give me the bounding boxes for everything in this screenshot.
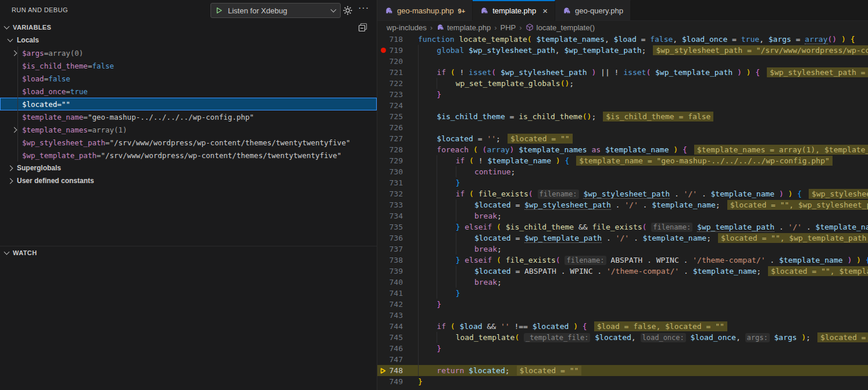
tab-geo-mashup[interactable]: geo-mashup.php 9+ [377, 0, 473, 20]
line-number[interactable]: 746 [389, 344, 418, 353]
gutter[interactable]: 732 [377, 188, 418, 199]
line-number[interactable]: 744 [389, 322, 418, 331]
line-number[interactable]: 742 [389, 300, 418, 309]
line-number[interactable]: 725 [389, 112, 418, 121]
gutter[interactable]: 733 [377, 199, 418, 210]
line-number[interactable]: 748 [389, 366, 418, 375]
tab-template[interactable]: template.php × [473, 0, 555, 21]
line-number[interactable]: 743 [389, 311, 418, 320]
gear-icon[interactable] [343, 6, 352, 15]
breadcrumb-separator-icon: › [430, 23, 433, 32]
line-number[interactable]: 721 [389, 68, 418, 77]
line-number[interactable]: 738 [389, 256, 418, 264]
line-number[interactable]: 736 [389, 234, 418, 242]
gutter[interactable]: 749 [377, 376, 418, 387]
line-number[interactable]: 729 [389, 156, 418, 165]
line-number[interactable]: 733 [389, 201, 418, 209]
gutter[interactable]: 738 [377, 255, 418, 266]
variable-row[interactable]: $is_child_theme = false [0, 59, 377, 72]
gutter[interactable]: 725 [377, 111, 418, 122]
gutter[interactable]: 744 [377, 321, 418, 332]
gutter[interactable]: 730 [377, 166, 418, 177]
line-number[interactable]: 747 [389, 355, 418, 364]
gutter[interactable]: 720 [377, 56, 418, 67]
breadcrumb-folder[interactable]: wp-includes [387, 23, 427, 32]
breadcrumb-file[interactable]: template.php [436, 23, 491, 32]
line-number[interactable]: 732 [389, 189, 418, 198]
gutter[interactable]: 741 [377, 288, 418, 299]
tree-group-user-defined-constants[interactable]: User defined constants [0, 174, 377, 187]
start-debug-icon[interactable] [216, 7, 223, 14]
line-number[interactable]: 749 [389, 377, 418, 386]
line-number[interactable]: 739 [389, 267, 418, 275]
line-number[interactable]: 722 [389, 79, 418, 88]
line-number[interactable]: 737 [389, 245, 418, 253]
collapse-all-icon[interactable] [358, 23, 367, 32]
line-number[interactable]: 718 [389, 35, 418, 44]
gutter[interactable]: 728 [377, 144, 418, 155]
gutter[interactable]: 718 [377, 34, 418, 45]
gutter[interactable]: 729 [377, 155, 418, 166]
gutter[interactable]: 747 [377, 354, 418, 365]
debug-config-dropdown[interactable]: Listen for Xdebug [210, 3, 341, 18]
line-number[interactable]: 735 [389, 223, 418, 231]
gutter[interactable]: 719 [377, 45, 418, 56]
gutter[interactable]: 740 [377, 277, 418, 288]
tab-geo-query[interactable]: geo-query.php [555, 0, 631, 20]
inlay-hint: filename: [538, 189, 579, 199]
variables-section-label: VARIABLES [13, 24, 51, 31]
variable-row[interactable]: $load = false [0, 72, 377, 85]
line-number[interactable]: 720 [389, 57, 418, 66]
tab-bar: geo-mashup.php 9+ template.php × geo-que… [377, 0, 868, 21]
watch-section-header[interactable]: WATCH [0, 246, 377, 259]
gutter[interactable]: 724 [377, 100, 418, 111]
chevron-right-icon [8, 178, 13, 184]
breakpoint-icon[interactable] [381, 48, 386, 53]
line-number[interactable]: 723 [389, 90, 418, 99]
code-line: 733 $located = $wp_stylesheet_path . '/'… [377, 199, 868, 210]
variable-row[interactable]: $template_name = "geo-mashup-../../../..… [0, 110, 377, 123]
tree-group-superglobals[interactable]: Superglobals [0, 162, 377, 174]
variable-row[interactable]: $template_names = array(1) [0, 123, 377, 136]
line-number[interactable]: 741 [389, 289, 418, 298]
line-number[interactable]: 734 [389, 212, 418, 220]
gutter[interactable]: 739 [377, 266, 418, 277]
variable-row[interactable]: $load_once = true [0, 85, 377, 98]
line-number[interactable]: 740 [389, 278, 418, 287]
gutter[interactable]: 746 [377, 343, 418, 354]
line-number[interactable]: 719 [389, 46, 418, 55]
line-number[interactable]: 724 [389, 101, 418, 110]
line-number[interactable]: 730 [389, 167, 418, 176]
gutter[interactable]: 726 [377, 122, 418, 133]
variable-row[interactable]: $wp_template_path = "/srv/www/wordpress/… [0, 149, 377, 162]
gutter[interactable]: 745 [377, 332, 418, 343]
gutter[interactable]: 721 [377, 67, 418, 78]
line-number[interactable]: 728 [389, 145, 418, 154]
gutter[interactable]: 734 [377, 210, 418, 221]
close-icon[interactable]: × [542, 6, 548, 15]
variable-row[interactable]: $wp_stylesheet_path = "/srv/www/wordpres… [0, 136, 377, 149]
more-actions-icon[interactable]: ··· [358, 3, 369, 13]
line-number[interactable]: 745 [389, 333, 418, 342]
gutter[interactable]: 742 [377, 299, 418, 310]
gutter[interactable]: 737 [377, 244, 418, 255]
gutter[interactable]: 735 [377, 221, 418, 232]
code-line: 739 $located = ABSPATH . WPINC . '/theme… [377, 266, 868, 277]
breadcrumb-language[interactable]: PHP [501, 23, 516, 32]
line-number[interactable]: 727 [389, 134, 418, 143]
tree-group-locals[interactable]: Locals [0, 34, 377, 46]
gutter[interactable]: 736 [377, 232, 418, 244]
gutter[interactable]: 727 [377, 133, 418, 144]
gutter[interactable]: 723 [377, 89, 418, 100]
variables-section-header[interactable]: VARIABLES [0, 21, 377, 34]
gutter[interactable]: 743 [377, 310, 418, 321]
gutter[interactable]: 722 [377, 78, 418, 89]
variable-row[interactable]: $located = "" [0, 98, 377, 110]
line-number[interactable]: 726 [389, 123, 418, 132]
variable-row[interactable]: $args = array(0) [0, 46, 377, 59]
gutter[interactable]: 731 [377, 177, 418, 188]
gutter[interactable]: 748 [377, 365, 418, 376]
line-number[interactable]: 731 [389, 178, 418, 187]
inlay-hint: filename: [651, 223, 692, 232]
breadcrumb-symbol[interactable]: locate_template() [526, 23, 595, 32]
